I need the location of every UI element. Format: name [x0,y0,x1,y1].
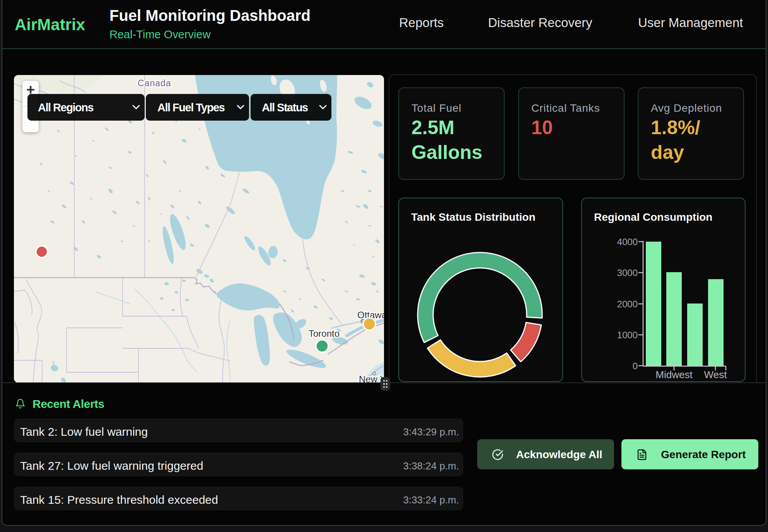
svg-text:3000: 3000 [617,268,638,278]
svg-text:West: West [704,369,727,380]
svg-text:0: 0 [633,361,638,371]
svg-text:1000: 1000 [617,330,638,340]
svg-text:Canada: Canada [138,78,171,88]
svg-text:2000: 2000 [617,299,638,309]
svg-text:4000: 4000 [617,237,638,247]
svg-text:Toronto: Toronto [309,328,340,339]
svg-text:Midwest: Midwest [655,369,693,380]
